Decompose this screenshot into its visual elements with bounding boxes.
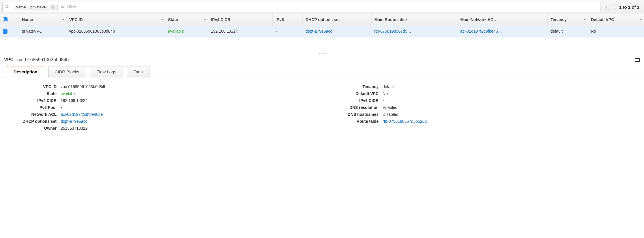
tab-cidr-blocks[interactable]: CIDR Blocks bbox=[48, 66, 86, 77]
detail-body: VPC IDvpc-01685961063b0d84b Stateavailab… bbox=[0, 77, 644, 137]
cell-vpc-id: vpc-01685961063b0d84b bbox=[66, 25, 165, 37]
label-owner: Owner bbox=[9, 126, 61, 131]
filter-bar: Name : privateVPC × Add filter |⟨ ⟨ 1 to… bbox=[0, 0, 644, 14]
tab-flow-logs[interactable]: Flow Logs bbox=[90, 66, 123, 77]
value-route-table-link[interactable]: rtb-0750198567d5b5202 bbox=[383, 119, 427, 124]
column-checkbox[interactable] bbox=[0, 14, 19, 25]
cell-route-link[interactable]: rtb-0750198567d5… bbox=[371, 25, 457, 37]
value-ipv6-cidr: - bbox=[383, 98, 384, 103]
table-row[interactable]: privateVPC vpc-01685961063b0d84b availab… bbox=[0, 25, 644, 37]
column-tenancy[interactable]: Tenancy bbox=[548, 14, 588, 25]
row-checkbox[interactable] bbox=[3, 29, 8, 34]
label-tenancy: Tenancy bbox=[331, 84, 383, 89]
value-tenancy: default bbox=[383, 84, 395, 89]
detail-tabs: Description CIDR Blocks Flow Logs Tags bbox=[0, 65, 644, 77]
column-main-acl[interactable]: Main Network ACL bbox=[457, 14, 548, 25]
value-ipv4: 192.168.1.0/24 bbox=[61, 98, 87, 103]
pager-count: 1 to 1 of 1 bbox=[619, 5, 639, 10]
select-all-checkbox[interactable] bbox=[3, 17, 8, 22]
detail-col-right: Tenancydefault Default VPCNo IPv6 CIDR- … bbox=[331, 83, 635, 132]
cell-acl-link[interactable]: acl-02d197f2c9fbe46… bbox=[457, 25, 548, 37]
column-ipv4[interactable]: IPv4 CIDR bbox=[208, 14, 272, 25]
label-state: State bbox=[9, 91, 61, 96]
cell-dhcp-link[interactable]: dopt-a79e5acc bbox=[303, 25, 371, 37]
sort-icon bbox=[161, 19, 163, 20]
filter-chip-value: privateVPC bbox=[30, 5, 49, 9]
label-dns-resolution: DNS resolution bbox=[331, 105, 383, 110]
value-vpc-id: vpc-01685961063b0d84b bbox=[61, 84, 106, 89]
pager-first-icon[interactable]: |⟨ bbox=[603, 3, 609, 11]
value-owner: 261353713322 bbox=[61, 126, 87, 131]
filter-chip-sep: : bbox=[27, 5, 29, 9]
label-route-table: Route table bbox=[331, 119, 383, 124]
tab-description[interactable]: Description bbox=[7, 66, 44, 77]
value-dns-hostnames: Disabled bbox=[383, 112, 398, 117]
cell-name: privateVPC bbox=[19, 25, 66, 37]
label-dhcp: DHCP options set bbox=[9, 119, 61, 124]
detail-title: VPC: vpc-01685961063b0d84b bbox=[4, 57, 69, 62]
cell-state: available bbox=[165, 25, 208, 37]
table-header-row: Name VPC ID State IPv4 CIDR IPv6 DHCP op… bbox=[0, 14, 644, 25]
cell-default-vpc: No bbox=[588, 25, 644, 37]
cell-ipv6: - bbox=[272, 25, 302, 37]
column-dhcp[interactable]: DHCP options set bbox=[303, 14, 371, 25]
split-resize-handle[interactable] bbox=[0, 52, 644, 55]
column-name[interactable]: Name bbox=[19, 14, 66, 25]
detail-col-left: VPC IDvpc-01685961063b0d84b Stateavailab… bbox=[9, 83, 313, 132]
value-state: available bbox=[61, 91, 76, 96]
pager: |⟨ ⟨ 1 to 1 of 1 bbox=[603, 3, 642, 11]
cell-tenancy: default bbox=[548, 25, 588, 37]
search-icon bbox=[5, 4, 10, 10]
remove-filter-icon[interactable]: × bbox=[51, 5, 55, 9]
sort-icon bbox=[584, 19, 586, 20]
label-vpc-id: VPC ID bbox=[9, 84, 61, 89]
column-state[interactable]: State bbox=[165, 14, 208, 25]
value-default-vpc: No bbox=[383, 91, 388, 96]
label-default-vpc: Default VPC bbox=[331, 91, 383, 96]
vpc-table: Name VPC ID State IPv4 CIDR IPv6 DHCP op… bbox=[0, 14, 644, 38]
label-ipv4: IPv4 CIDR bbox=[9, 98, 61, 103]
pager-prev-icon[interactable]: ⟨ bbox=[612, 3, 616, 11]
filter-chip-key: Name bbox=[16, 5, 26, 9]
label-dns-hostnames: DNS hostnames bbox=[331, 112, 383, 117]
label-ipv6-pool: IPv6 Pool bbox=[9, 105, 61, 110]
column-ipv6[interactable]: IPv6 bbox=[272, 14, 302, 25]
add-filter-placeholder[interactable]: Add filter bbox=[61, 5, 598, 9]
column-main-route[interactable]: Main Route table bbox=[371, 14, 457, 25]
value-dns-resolution: Enabled bbox=[383, 105, 397, 110]
column-vpc-id[interactable]: VPC ID bbox=[66, 14, 165, 25]
sort-icon bbox=[640, 19, 642, 20]
filter-chip-name[interactable]: Name : privateVPC × bbox=[13, 4, 58, 10]
value-network-acl-link[interactable]: acl-02d197f2c9fbe46be bbox=[61, 112, 103, 117]
sort-icon bbox=[204, 19, 206, 20]
tab-tags[interactable]: Tags bbox=[127, 66, 149, 77]
label-ipv6-cidr: IPv6 CIDR bbox=[331, 98, 383, 103]
filter-input-wrap[interactable]: Name : privateVPC × Add filter bbox=[2, 2, 600, 12]
detail-header: VPC: vpc-01685961063b0d84b bbox=[0, 55, 644, 65]
sort-icon bbox=[62, 19, 64, 20]
label-network-acl: Network ACL bbox=[9, 112, 61, 117]
value-dhcp-link[interactable]: dopt-a79e5acc bbox=[61, 119, 87, 124]
value-ipv6-pool: - bbox=[61, 105, 62, 110]
cell-ipv4: 192.168.1.0/24 bbox=[208, 25, 272, 37]
maximize-pane-icon[interactable] bbox=[635, 58, 640, 62]
grip-dots-icon bbox=[319, 53, 325, 54]
column-default-vpc[interactable]: Default VPC bbox=[588, 14, 644, 25]
